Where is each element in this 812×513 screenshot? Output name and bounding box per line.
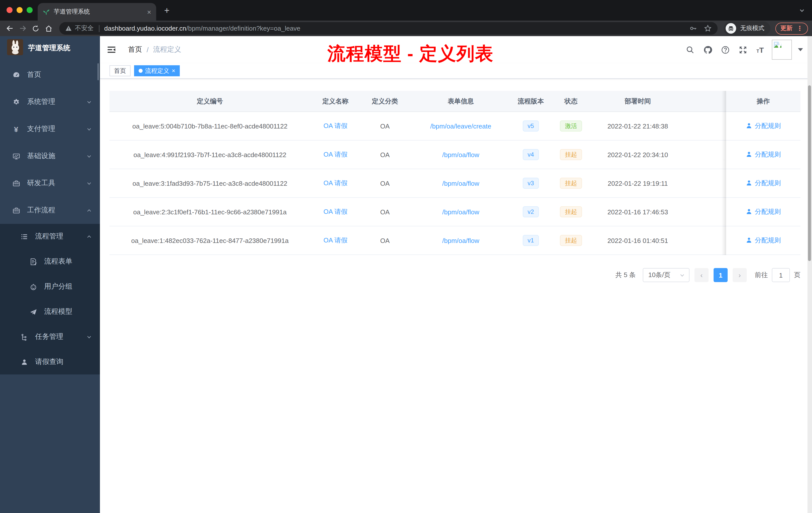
assign-rule-button[interactable]: 分配规则	[746, 207, 781, 216]
cell-version: v4	[512, 149, 549, 160]
form-info-link[interactable]: /bpm/oa/flow	[442, 237, 479, 244]
sidebar-logo[interactable]: 芋道管理系统	[0, 36, 100, 60]
form-info-link[interactable]: /bpm/oa/flow	[442, 151, 479, 158]
assign-rule-button[interactable]: 分配规则	[746, 121, 781, 130]
version-badge: v5	[522, 120, 539, 132]
status-badge: 挂起	[560, 206, 582, 218]
sidebar-item-label: 用户分组	[44, 282, 92, 291]
chevron-down-icon	[86, 153, 92, 159]
cell-status: 挂起	[549, 149, 592, 160]
sidebar-item-label: 请假查询	[35, 357, 92, 366]
tag-home-label: 首页	[114, 66, 126, 75]
new-tab-button[interactable]: +	[164, 6, 170, 15]
forward-icon[interactable]	[16, 22, 29, 35]
sidebar-item-支付管理[interactable]: ¥支付管理	[0, 116, 100, 143]
person-icon	[746, 123, 752, 129]
cell-definition-id: oa_leave:5:004b710b-7b8a-11ec-8ef0-acde4…	[110, 122, 310, 130]
assign-rule-label: 分配规则	[755, 207, 781, 216]
cell-form-info: /bpm/oa/flow	[409, 151, 512, 158]
cell-actions: 分配规则	[726, 121, 801, 131]
user-avatar-broken-image[interactable]	[772, 40, 792, 60]
home-icon[interactable]	[42, 22, 55, 35]
github-icon[interactable]	[704, 46, 712, 54]
tag-home[interactable]: 首页	[110, 65, 130, 76]
browser-tab[interactable]: 芋道管理系统 ×	[38, 3, 156, 21]
assign-rule-button[interactable]: 分配规则	[746, 236, 781, 245]
avatar-dropdown-caret-icon[interactable]	[798, 48, 803, 51]
prev-page-button[interactable]: ‹	[695, 268, 708, 282]
tag-process-definition[interactable]: 流程定义 ×	[134, 65, 180, 76]
app-title: 芋道管理系统	[28, 44, 70, 53]
assign-rule-button[interactable]: 分配规则	[746, 179, 781, 188]
user-icon	[20, 358, 28, 366]
tab-strip-chevron-down-icon[interactable]	[799, 6, 805, 16]
page-number-1[interactable]: 1	[714, 268, 728, 282]
chevron-down-icon	[86, 334, 92, 339]
cell-definition-name: OA 请假	[310, 236, 360, 245]
browser-menu-dots-icon[interactable]: ⋮	[796, 25, 803, 32]
sidebar-item-流程模型[interactable]: 流程模型	[0, 299, 100, 324]
main-area: 流程模型 - 定义列表 首页 / 流程定义	[100, 36, 812, 513]
definition-name-link[interactable]: OA 请假	[323, 151, 347, 158]
definition-name-link[interactable]: OA 请假	[323, 179, 347, 187]
search-icon[interactable]	[686, 46, 695, 54]
reload-icon[interactable]	[29, 22, 42, 35]
sidebar-item-首页[interactable]: 首页	[0, 61, 100, 88]
sidebar-item-基础设施[interactable]: 基础设施	[0, 143, 100, 170]
window-controls	[6, 7, 33, 13]
help-question-icon[interactable]	[721, 46, 730, 54]
sidebar-item-系统管理[interactable]: 系统管理	[0, 88, 100, 116]
password-key-icon[interactable]	[690, 25, 697, 32]
form-info-link[interactable]: /bpm/oa/leave/create	[430, 122, 491, 130]
font-size-icon[interactable]: TT	[756, 46, 764, 54]
table-row: oa_leave:4:991f2193-7b7f-11ec-a3c8-acde4…	[110, 141, 801, 169]
close-window-button[interactable]	[6, 7, 12, 13]
goto-label: 前往	[755, 271, 768, 280]
definition-name-link[interactable]: OA 请假	[323, 208, 347, 215]
insecure-warning[interactable]: 不安全	[65, 24, 94, 33]
page-size-select[interactable]: 10条/页	[643, 268, 690, 282]
sidebar-item-任务管理[interactable]: 任务管理	[0, 324, 100, 350]
cell-category: OA	[360, 151, 409, 158]
definition-name-link[interactable]: OA 请假	[323, 236, 347, 244]
goto-page-input[interactable]	[772, 268, 790, 282]
cell-deploy-time: 2022-01-22 21:48:38	[592, 122, 683, 130]
form-info-link[interactable]: /bpm/oa/flow	[442, 179, 479, 187]
cell-definition-id: oa_leave:2:3c1f0ef1-76b1-11ec-9c66-a2380…	[110, 208, 310, 216]
next-page-button[interactable]: ›	[733, 268, 747, 282]
sidebar-item-流程表单[interactable]: 流程表单	[0, 249, 100, 274]
tag-close-icon[interactable]: ×	[172, 68, 175, 74]
sidebar-item-流程管理[interactable]: 流程管理	[0, 224, 100, 249]
yen-icon: ¥	[12, 125, 20, 133]
sidebar-submenu-workflow: 流程管理流程表单用户分组流程模型任务管理请假查询	[0, 224, 100, 374]
bookmark-star-icon[interactable]	[704, 25, 712, 32]
minimize-window-button[interactable]	[17, 7, 23, 13]
tab-close-icon[interactable]: ×	[147, 8, 151, 15]
sidebar-item-研发工具[interactable]: 研发工具	[0, 170, 100, 197]
cell-form-info: /bpm/oa/flow	[409, 208, 512, 216]
url-bar[interactable]: 不安全 dashboard.yudao.iocoder.cn/bpm/manag…	[59, 22, 718, 35]
definition-name-link[interactable]: OA 请假	[323, 122, 347, 129]
zoom-window-button[interactable]	[27, 7, 33, 13]
browser-update-button[interactable]: 更新 ⋮	[775, 22, 808, 34]
cell-definition-name: OA 请假	[310, 150, 360, 159]
back-icon[interactable]	[3, 22, 16, 35]
monitor-icon	[12, 152, 20, 160]
col-header-deploy-time: 部署时间	[592, 97, 683, 105]
fullscreen-icon[interactable]	[739, 46, 748, 54]
form-info-link[interactable]: /bpm/oa/flow	[442, 208, 479, 216]
sidebar-item-用户分组[interactable]: 用户分组	[0, 274, 100, 299]
assign-rule-button[interactable]: 分配规则	[746, 150, 781, 159]
page-content: 定义编号 定义名称 定义分类 表单信息 流程版本 状态 部署时间 操作 oa_l…	[100, 91, 812, 282]
update-label: 更新	[780, 24, 792, 33]
incognito-label: 无痕模式	[740, 24, 764, 33]
window-scrollbar-track[interactable]	[808, 36, 812, 513]
sidebar-collapse-icon[interactable]	[107, 45, 116, 54]
window-scrollbar-thumb[interactable]	[808, 85, 811, 261]
sidebar-item-工作流程[interactable]: 工作流程	[0, 197, 100, 224]
sidebar-scrollbar[interactable]	[97, 63, 99, 80]
sidebar-item-请假查询[interactable]: 请假查询	[0, 350, 100, 374]
sidebar-item-label: 系统管理	[27, 97, 86, 107]
breadcrumb-home[interactable]: 首页	[128, 45, 142, 54]
paper-plane-icon	[29, 308, 37, 315]
